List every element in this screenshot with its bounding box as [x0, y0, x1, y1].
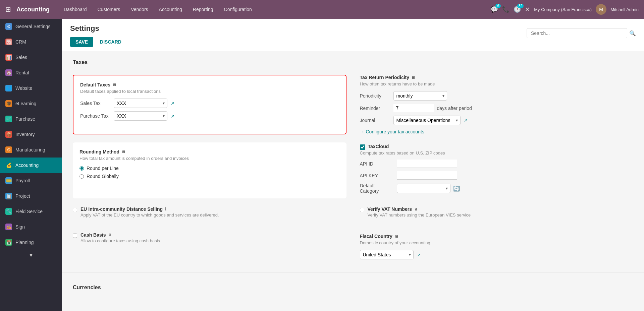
sidebar-label-payroll: Payroll	[15, 178, 30, 183]
journal-select-wrapper: Miscellaneous Operations	[393, 116, 461, 125]
api-key-input[interactable]	[397, 171, 457, 180]
nav-configuration[interactable]: Configuration	[219, 4, 257, 15]
periodicity-select[interactable]: monthly	[393, 91, 447, 101]
purchase-tax-select[interactable]: XXX	[114, 111, 167, 121]
nav-customers[interactable]: Customers	[93, 4, 125, 15]
search-input[interactable]	[527, 28, 627, 38]
verify-vat-checkbox[interactable]	[360, 208, 364, 212]
nav-vendors[interactable]: Vendors	[126, 4, 153, 15]
cash-basis-checkbox[interactable]	[73, 234, 77, 238]
fiscal-country-block: Fiscal Country 🖥 Domestic country of you…	[360, 232, 634, 264]
elearning-icon: 🎓	[5, 100, 12, 107]
sidebar-label-rental: Rental	[15, 70, 29, 75]
nav-accounting[interactable]: Accounting	[154, 4, 187, 15]
close-icon-btn[interactable]: ✕	[525, 6, 530, 13]
currencies-divider	[62, 272, 644, 272]
sidebar-item-payroll[interactable]: 💳 Payroll	[0, 173, 62, 188]
content-area: Settings SAVE DISCARD 🔍 Taxes	[62, 19, 644, 311]
sidebar-item-project[interactable]: 📋 Project	[0, 188, 62, 204]
api-id-label: API ID	[360, 161, 393, 167]
fiscal-country-select[interactable]: United States	[360, 250, 414, 259]
sidebar-label-purchase: Purchase	[15, 116, 35, 122]
default-category-label: Default Category	[360, 183, 393, 194]
sales-tax-select-wrapper: XXX	[114, 99, 167, 108]
taxes-third-grid: EU Intra-community Distance Selling ℹ Ap…	[73, 206, 633, 224]
round-globally-label: Round Globally	[87, 174, 119, 179]
reminder-row: Reminder days after period	[360, 104, 634, 112]
eu-intra-checkbox[interactable]	[73, 208, 77, 212]
activity-badge: 32	[517, 4, 524, 8]
fiscal-country-select-wrapper: United States	[360, 250, 414, 259]
configure-tax-accounts-link[interactable]: → Configure your tax accounts	[360, 129, 634, 134]
purchase-tax-select-wrapper: XXX	[114, 111, 167, 121]
periodicity-enterprise-icon: 🖥	[411, 75, 415, 79]
taxes-top-grid: Default Taxes 🖥 Default taxes applied to…	[73, 75, 633, 134]
periodicity-label: Periodicity	[360, 93, 390, 99]
enterprise-icon: 🖥	[112, 83, 116, 87]
journal-select[interactable]: Miscellaneous Operations	[393, 116, 461, 125]
sidebar-item-field-service[interactable]: 🔧 Field Service	[0, 204, 62, 219]
eu-intra-info-icon[interactable]: ℹ	[165, 207, 166, 211]
sidebar-item-planning[interactable]: 📅 Planning	[0, 235, 62, 250]
nav-dashboard[interactable]: Dashboard	[59, 4, 92, 15]
eu-intra-section: EU Intra-community Distance Selling ℹ Ap…	[73, 206, 346, 217]
default-taxes-card: Default Taxes 🖥 Default taxes applied to…	[73, 75, 346, 134]
sidebar-item-general-settings[interactable]: ⚙ General Settings	[0, 19, 62, 34]
refresh-icon[interactable]: 🔄	[453, 185, 460, 192]
fiscal-country-row: United States ↗	[360, 250, 634, 259]
sidebar-item-elearning[interactable]: 🎓 eLearning	[0, 96, 62, 111]
sidebar-item-website[interactable]: 🌐 Website	[0, 80, 62, 96]
search-icon[interactable]: 🔍	[629, 30, 636, 37]
chat-badge: 6	[495, 4, 501, 8]
taxcloud-checkbox[interactable]	[360, 144, 365, 150]
round-per-line-label: Round per Line	[87, 166, 119, 171]
sidebar-item-accounting[interactable]: 💰 Accounting	[0, 158, 62, 173]
sidebar-label-manufacturing: Manufacturing	[15, 147, 45, 152]
api-id-input[interactable]	[397, 160, 457, 168]
main-content: Taxes Default Taxes 🖥 Default taxes appl…	[62, 51, 644, 301]
periodicity-select-wrapper: monthly	[393, 91, 447, 101]
default-category-select[interactable]	[397, 184, 450, 193]
purchase-tax-external-link[interactable]: ↗	[171, 114, 174, 119]
sidebar-item-manufacturing[interactable]: ⚙ Manufacturing	[0, 142, 62, 158]
sidebar-item-rental[interactable]: 🏠 Rental	[0, 65, 62, 80]
cash-basis-desc: Allow to configure taxes using cash basi…	[80, 238, 160, 243]
save-button[interactable]: SAVE	[70, 37, 93, 47]
chat-icon-btn[interactable]: 💬 6	[491, 6, 498, 13]
purchase-icon: 🛒	[5, 116, 12, 122]
phone-icon-btn[interactable]: 📞	[502, 6, 509, 13]
journal-row: Journal Miscellaneous Operations ↗	[360, 116, 634, 125]
sidebar-label-general-settings: General Settings	[15, 24, 50, 29]
currencies-section-title: Currencies	[73, 279, 633, 293]
grid-icon[interactable]: ⊞	[5, 5, 11, 13]
sales-tax-external-link[interactable]: ↗	[171, 101, 174, 106]
sidebar-label-sales: Sales	[15, 55, 27, 60]
verify-vat-enterprise-icon: 🖥	[414, 207, 418, 211]
nav-menu: Dashboard Customers Vendors Accounting R…	[59, 4, 257, 15]
round-globally-radio[interactable]	[79, 174, 84, 179]
accounting-icon: 💰	[5, 162, 12, 169]
activity-icon-btn[interactable]: 🕐 32	[514, 6, 521, 13]
sidebar-item-sales[interactable]: 📊 Sales	[0, 50, 62, 65]
nav-right-area: 💬 6 📞 🕐 32 ✕ My Company (San Francisco) …	[491, 4, 639, 15]
sidebar-item-inventory[interactable]: 📦 Inventory	[0, 127, 62, 142]
user-avatar[interactable]: M	[596, 4, 606, 15]
nav-reporting[interactable]: Reporting	[188, 4, 218, 15]
sidebar-item-sign[interactable]: ✍ Sign	[0, 219, 62, 235]
top-navigation: ⊞ Accounting Dashboard Customers Vendors…	[0, 0, 644, 19]
discard-button[interactable]: DISCARD	[96, 37, 125, 47]
sidebar-item-crm[interactable]: 📈 CRM	[0, 34, 62, 50]
main-layout: ⚙ General Settings 📈 CRM 📊 Sales 🏠 Renta…	[0, 19, 644, 311]
sidebar-scroll-indicator: ▾	[0, 250, 62, 260]
sidebar-label-project: Project	[15, 193, 30, 199]
taxes-section-title: Taxes	[73, 59, 633, 68]
eu-intra-desc: Apply VAT of the EU country to which goo…	[80, 212, 219, 217]
sidebar-item-purchase[interactable]: 🛒 Purchase	[0, 111, 62, 127]
round-per-line-radio[interactable]	[79, 166, 84, 171]
fiscal-country-external-link[interactable]: ↗	[417, 252, 421, 257]
api-key-label: API KEY	[360, 173, 393, 178]
reminder-input[interactable]	[393, 104, 434, 112]
sales-tax-select[interactable]: XXX	[114, 99, 167, 108]
fiscal-country-desc: Domestic country of your accounting	[360, 240, 634, 245]
journal-external-link[interactable]: ↗	[464, 118, 468, 123]
